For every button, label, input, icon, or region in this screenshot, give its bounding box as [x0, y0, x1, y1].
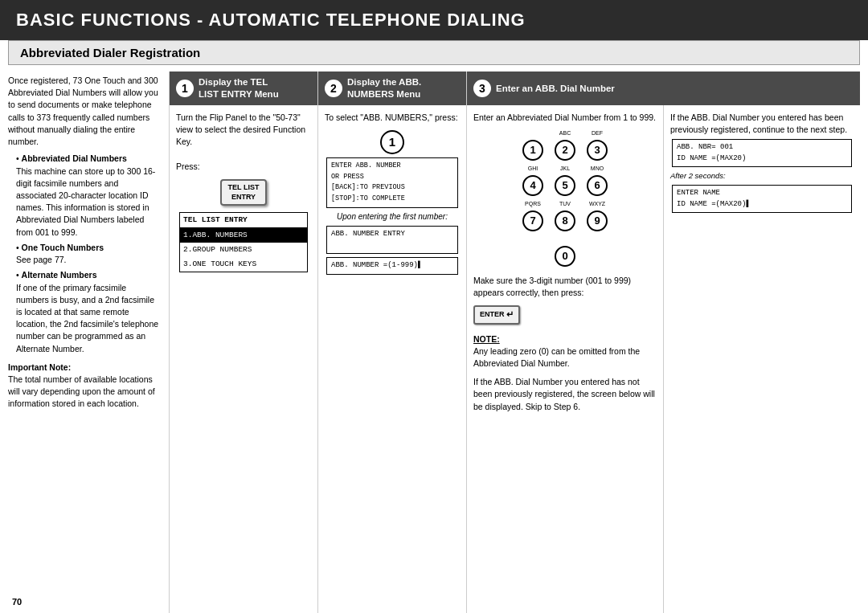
step-2-header: 2 Display the ABB. NUMBERS Menu: [318, 72, 466, 105]
note-text: Any leading zero (0) can be omitted from…: [473, 345, 657, 370]
step-3-header: 3 Enter an ABB. Dial Number: [467, 72, 860, 105]
content-area: Once registered, 73 One Touch and 300 Ab…: [0, 65, 868, 613]
digit-2: 2: [555, 140, 575, 161]
digit-7: 7: [522, 210, 543, 231]
msg-1: ENTER ABB. NUMBER: [331, 161, 453, 172]
tel-list-entry-menu: TEL LIST ENTRY 1.ABB. NUMBERS 2.GROUP NU…: [179, 212, 308, 272]
digit-0: 0: [555, 246, 575, 267]
bullet-one-touch: One Touch Numbers See page 77.: [16, 242, 161, 266]
enter-name-screen: ENTER NAME ID NAME =(MAX20)▌: [672, 185, 852, 213]
num-cell-9: WXYZ 9: [583, 201, 612, 233]
menu-item-group-numbers: 2.GROUP NUMBERS: [180, 243, 307, 257]
abb-nbr-screen: ABB. NBR= 001 ID NAME =(MAX20): [672, 139, 852, 167]
step-3-right: If the ABB. Dial Number you entered has …: [664, 105, 860, 613]
num-cell-2: ABC 2: [551, 130, 579, 162]
step-1-title: Display the TEL LIST ENTRY Menu: [199, 76, 279, 100]
after-seconds-label: After 2 seconds:: [670, 170, 854, 182]
step-2-column: 2 Display the ABB. NUMBERS Menu To selec…: [318, 72, 467, 613]
main-title: BASIC FUNCTIONS - AUTOMATIC TELEPHONE DI…: [0, 0, 868, 40]
step-2-intro: To select "ABB. NUMBERS," press:: [325, 112, 460, 124]
step-1-intro: Turn the Flip Panel to the "50-73" view …: [176, 112, 311, 149]
digit-9: 9: [587, 210, 608, 231]
num-cell-0: 0: [551, 236, 579, 268]
bullet-alternate-text: If one of the primary facsimile numbers …: [16, 283, 158, 353]
tel-list-entry-button: TEL LIST ENTRY: [220, 179, 268, 206]
step-1-press-label: Press:: [176, 161, 311, 173]
step3-intro: Enter an Abbreviated Dial Number from 1 …: [473, 112, 657, 124]
steps-area: 1 Display the TEL LIST ENTRY Menu Turn t…: [169, 72, 860, 613]
tel-button-graphic: TEL LIST ENTRY: [176, 179, 311, 206]
step-1-body: Turn the Flip Panel to the "50-73" view …: [170, 105, 317, 613]
step-1-number: 1: [176, 80, 194, 97]
step-2-body: To select "ABB. NUMBERS," press: 1 ENTER…: [318, 105, 466, 613]
step-2-number: 2: [325, 80, 342, 97]
upon-entering-text: Upon entering the first number:: [325, 211, 460, 223]
important-note: Important Note: The total number of avai…: [8, 362, 161, 411]
step-3-split: Enter an Abbreviated Dial Number from 1 …: [467, 105, 860, 613]
messages-box: ENTER ABB. NUMBER OR PRESS [BACK]:TO PRE…: [326, 157, 458, 207]
intro-column: Once registered, 73 One Touch and 300 Ab…: [8, 72, 169, 613]
step3-confirm-text: Make sure the 3-digit number (001 to 999…: [473, 275, 657, 299]
msg-3: [BACK]:TO PREVIOUS: [331, 182, 453, 194]
step-3-number: 3: [473, 80, 491, 97]
menu-item-abb-numbers: 1.ABB. NUMBERS: [180, 228, 307, 243]
important-note-text: The total number of available locations …: [8, 374, 155, 408]
step-1-column: 1 Display the TEL LIST ENTRY Menu Turn t…: [170, 72, 318, 613]
note-box: NOTE: Any leading zero (0) can be omitte…: [473, 333, 657, 370]
digit-1: 1: [522, 140, 543, 161]
menu-item-one-touch: 3.ONE TOUCH KEYS: [180, 257, 307, 272]
num-cell-6: MNO 6: [583, 166, 612, 198]
step-3-title: Enter an ABB. Dial Number: [496, 83, 615, 95]
step3-not-registered-text: If the ABB. Dial Number you entered has …: [473, 376, 657, 413]
digit-6: 6: [587, 175, 608, 196]
step-2-title: Display the ABB. NUMBERS Menu: [347, 76, 421, 100]
intro-body-text: Once registered, 73 One Touch and 300 Ab…: [8, 75, 161, 148]
num-cell-1: 1: [518, 130, 547, 162]
menu-title: TEL LIST ENTRY: [180, 213, 307, 228]
bullet-alternate: Alternate Numbers If one of the primary …: [16, 269, 161, 355]
step3-right-intro: If the ABB. Dial Number you entered has …: [670, 112, 854, 136]
bullets: Abbreviated Dial Numbers This machine ca…: [8, 153, 161, 355]
step-3-column: 3 Enter an ABB. Dial Number Enter an Abb…: [467, 72, 860, 613]
msg-4: [STOP]:TO COMPLETE: [331, 194, 453, 205]
bullet-alternate-title: Alternate Numbers: [22, 270, 97, 280]
section-header: Abbreviated Dialer Registration: [8, 40, 860, 65]
bullet-abb-title: Abbreviated Dial Numbers: [22, 153, 127, 163]
digit-4: 4: [522, 175, 543, 196]
step-3-left: Enter an Abbreviated Dial Number from 1 …: [467, 105, 664, 613]
digit-5: 5: [555, 175, 575, 196]
enter-key: ENTER↵: [473, 305, 520, 325]
num-cell-8: TUV 8: [551, 201, 579, 233]
num-cell-3: DEF 3: [583, 130, 612, 162]
note-title: NOTE:: [473, 333, 657, 345]
bullet-onetouch-title: One Touch Numbers: [22, 243, 104, 252]
num-cell-4: GHI 4: [518, 166, 547, 198]
msg-2: OR PRESS: [331, 172, 453, 183]
abb-number-entry-screen: ABB. NUMBER ENTRY: [326, 226, 458, 254]
step-1-header: 1 Display the TEL LIST ENTRY Menu: [170, 72, 317, 105]
num-1-circle: 1: [380, 130, 404, 154]
page-number: 70: [12, 597, 22, 607]
abb-number-range-screen: ABB. NUMBER =(1-999)▌: [326, 257, 458, 275]
bullet-abb-numbers: Abbreviated Dial Numbers This machine ca…: [16, 153, 161, 239]
num-cell-7: PQRS 7: [518, 201, 547, 233]
enter-key-area: ENTER↵: [473, 303, 657, 327]
digit-3: 3: [587, 140, 608, 161]
bullet-abb-text: This machine can store up to 300 16-digi…: [16, 166, 155, 237]
bullet-onetouch-text: See page 77.: [16, 255, 66, 264]
important-note-title: Important Note:: [8, 362, 71, 372]
num-cell-5: JKL 5: [551, 166, 579, 198]
digit-8: 8: [555, 210, 575, 231]
